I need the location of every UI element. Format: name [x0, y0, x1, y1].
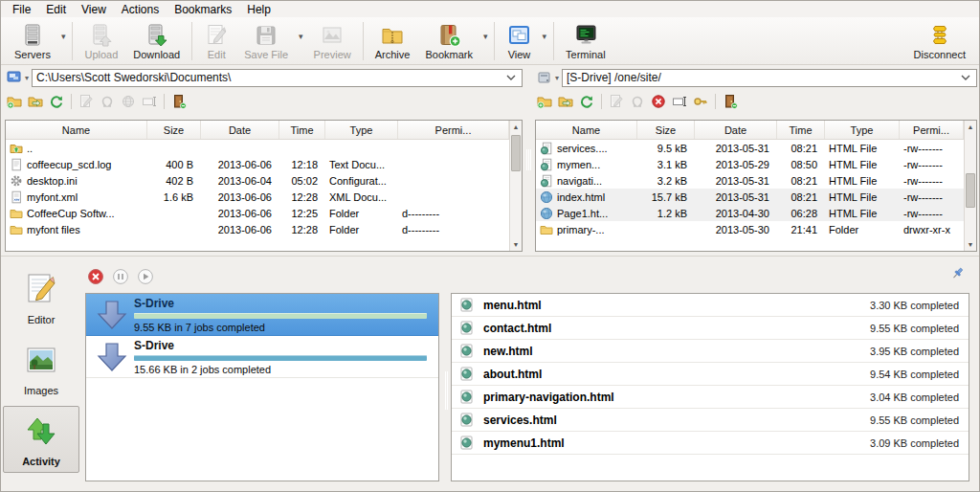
file-row[interactable]: myfont.xml 1.6 kB 2013-06-06 12:28 XML D…: [6, 189, 509, 205]
toolbar-item: Edit ▾: [196, 19, 236, 63]
remote-path-combobox[interactable]: [S-Drive] /one/site/: [562, 69, 977, 87]
file-row[interactable]: mymen... 3.1 kB 2013-05-29 08:50 HTML Fi…: [536, 156, 964, 172]
completed-file-row[interactable]: new.html 3.95 KB completed: [452, 340, 969, 363]
file-time: 05:02: [279, 175, 325, 187]
column-header[interactable]: Date: [201, 121, 279, 139]
toolbar-button[interactable]: Terminal: [558, 19, 613, 63]
toolbar-button[interactable]: Preview: [306, 19, 359, 63]
toolbar-button[interactable]: Bookmark: [417, 19, 480, 63]
toolbar-button[interactable]: Upload: [77, 19, 125, 63]
mini-toolbar-button[interactable]: [670, 92, 689, 111]
file-row[interactable]: desktop.ini 402 B 2013-06-04 05:02 Confi…: [6, 172, 509, 189]
transfer-item[interactable]: S-Drive 9.55 KB in 7 jobs completed: [86, 294, 438, 336]
file-row[interactable]: coffeecup_scd.log 400 B 2013-06-06 12:18…: [6, 156, 509, 172]
menu-item[interactable]: Help: [239, 2, 278, 17]
toolbar-button[interactable]: Download: [125, 19, 188, 63]
activity-splitter[interactable]: [442, 371, 450, 410]
transfer-item[interactable]: S-Drive 15.66 KB in 2 jobs completed: [86, 336, 438, 378]
file-row[interactable]: Page1.ht... 1.2 kB 2013-04-30 06:28 HTML…: [536, 205, 964, 221]
menu-item[interactable]: View: [74, 2, 114, 17]
pane-splitter[interactable]: [523, 66, 535, 254]
file-row[interactable]: services.... 9.5 kB 2013-05-31 08:21 HTM…: [536, 140, 964, 156]
sidebar-tab[interactable]: Editor: [3, 264, 79, 331]
file-row[interactable]: CoffeeCup Softw... 2013-06-06 12:25 Fold…: [6, 205, 509, 221]
completed-file-row[interactable]: about.html 9.54 KB completed: [452, 363, 969, 386]
mini-toolbar-button[interactable]: [5, 92, 24, 111]
sidebar-tab[interactable]: Images: [3, 335, 79, 402]
mini-toolbar-button[interactable]: [556, 92, 575, 111]
scroll-down-icon[interactable]: ▼: [510, 238, 522, 251]
scroll-up-icon[interactable]: ▲: [510, 121, 522, 133]
completed-file-row[interactable]: mymenu1.html 3.09 KB completed: [452, 432, 969, 455]
chevron-down-icon[interactable]: [504, 75, 518, 80]
file-row[interactable]: myfont files 2013-06-06 12:28 Folder d--…: [6, 221, 509, 237]
toolbar-button[interactable]: Archive: [368, 19, 418, 63]
html-sphere-icon: [459, 413, 474, 427]
local-browser-icon[interactable]: [5, 71, 24, 84]
pane-selector-arrow-icon[interactable]: ▾: [554, 74, 562, 82]
completed-file-row[interactable]: primary-navigation.html 3.04 KB complete…: [452, 386, 969, 409]
mini-toolbar-button[interactable]: [691, 92, 710, 111]
column-header[interactable]: Size: [637, 121, 695, 139]
pin-icon[interactable]: [950, 266, 966, 281]
dropdown-arrow-icon[interactable]: ▾: [296, 32, 306, 41]
column-header[interactable]: Time: [279, 121, 325, 139]
column-header[interactable]: Time: [777, 121, 825, 139]
scroll-down-icon[interactable]: ▼: [965, 238, 976, 251]
toolbar-button[interactable]: Disconnect: [906, 19, 973, 63]
menu-item[interactable]: Bookmarks: [167, 2, 239, 17]
file-row[interactable]: ..: [6, 140, 509, 156]
pane-selector-arrow-icon[interactable]: ▾: [24, 74, 32, 82]
column-header[interactable]: Name: [536, 121, 637, 139]
menu-item[interactable]: Actions: [114, 2, 167, 17]
html-sphere-icon: [459, 298, 474, 312]
sidebar-tab[interactable]: Activity: [3, 406, 79, 473]
menu-item[interactable]: Edit: [38, 2, 74, 17]
mini-toolbar-button[interactable]: [26, 92, 45, 111]
mini-toolbar-button[interactable]: [77, 92, 96, 111]
column-header[interactable]: Type: [825, 121, 900, 139]
mini-toolbar-button[interactable]: [649, 92, 668, 111]
file-row[interactable]: primary-... 2013-05-30 21:41 Folder drwx…: [536, 221, 964, 237]
dropdown-arrow-icon[interactable]: ▾: [58, 32, 69, 41]
toolbar-button[interactable]: View: [499, 19, 539, 63]
column-header[interactable]: Type: [325, 121, 398, 139]
remote-browser-icon[interactable]: [535, 71, 554, 84]
completed-file-row[interactable]: menu.html 3.30 KB completed: [452, 294, 969, 317]
mini-toolbar-button[interactable]: [577, 92, 596, 111]
mini-toolbar-button[interactable]: [628, 92, 647, 111]
file-size: 1.2 kB: [637, 208, 695, 219]
toolbar-button[interactable]: Save File: [236, 19, 296, 63]
column-header[interactable]: Name: [6, 121, 147, 139]
toolbar-button[interactable]: Edit: [196, 19, 236, 63]
mini-toolbar-button[interactable]: [98, 92, 117, 111]
column-header[interactable]: Date: [695, 121, 777, 139]
completed-file-row[interactable]: services.html 9.55 KB completed: [452, 409, 969, 432]
column-header[interactable]: Size: [147, 121, 201, 139]
mini-toolbar-button[interactable]: [169, 92, 189, 111]
transfer-control-button[interactable]: [112, 268, 129, 285]
menu-item[interactable]: File: [5, 2, 38, 17]
chevron-down-icon[interactable]: [959, 75, 972, 80]
mini-toolbar-button[interactable]: [47, 92, 66, 111]
column-header[interactable]: Permi...: [398, 121, 509, 139]
completed-file-row[interactable]: contact.html 9.55 KB completed: [452, 317, 969, 340]
transfer-control-button[interactable]: [87, 268, 104, 285]
remote-list-scrollbar[interactable]: ▲ ▼: [964, 121, 976, 251]
transfer-control-button[interactable]: [137, 268, 154, 285]
scroll-up-icon[interactable]: ▲: [965, 121, 976, 133]
local-path-combobox[interactable]: C:\Users\Scott Swedorski\Documents\: [32, 69, 523, 87]
dropdown-arrow-icon[interactable]: ▾: [480, 32, 491, 41]
local-list-scrollbar[interactable]: ▲ ▼: [509, 121, 522, 251]
column-header[interactable]: Permi...: [900, 121, 964, 139]
html-sphere-icon: [459, 321, 474, 335]
mini-toolbar-button[interactable]: [721, 92, 740, 111]
file-row[interactable]: navigati... 3.2 kB 2013-05-31 08:21 HTML…: [536, 172, 964, 189]
dropdown-arrow-icon[interactable]: ▾: [539, 32, 549, 41]
mini-toolbar-button[interactable]: [535, 92, 554, 111]
mini-toolbar-button[interactable]: [140, 92, 159, 111]
toolbar-button[interactable]: Servers: [7, 19, 58, 63]
file-row[interactable]: index.html 15.7 kB 2013-05-31 08:21 HTML…: [536, 189, 964, 205]
mini-toolbar-button[interactable]: [607, 92, 626, 111]
mini-toolbar-button[interactable]: [119, 92, 138, 111]
